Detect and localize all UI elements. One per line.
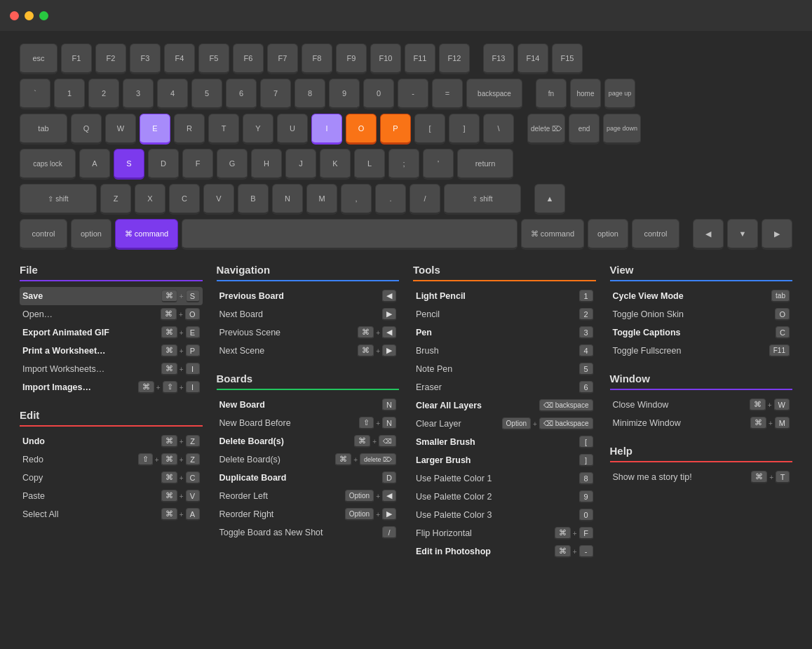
- key-cmd-left[interactable]: ⌘ command: [115, 219, 178, 250]
- key-m[interactable]: M: [306, 184, 337, 215]
- save-label: Save: [22, 291, 43, 301]
- key-arrow-left[interactable]: ◀: [693, 219, 724, 250]
- open-label: Open…: [22, 309, 53, 319]
- key-backslash[interactable]: \: [483, 114, 514, 145]
- key-i[interactable]: I: [311, 114, 342, 145]
- shortcut-new-board: New Board N: [217, 396, 400, 414]
- key-f2[interactable]: F2: [95, 44, 126, 74]
- key-comma[interactable]: ,: [341, 184, 372, 215]
- key-return[interactable]: return: [457, 149, 513, 180]
- section-boards: Boards New Board N New Board Before ⇧ + …: [217, 373, 400, 542]
- key-fn[interactable]: fn: [536, 79, 567, 109]
- key-home[interactable]: home: [570, 79, 601, 109]
- key-f13[interactable]: F13: [483, 44, 514, 74]
- key-slash[interactable]: /: [410, 184, 440, 215]
- key-o[interactable]: O: [346, 114, 377, 145]
- key-lbracket[interactable]: [: [414, 114, 445, 145]
- section-file: File Save ⌘ + S Open… ⌘ + O Export An: [20, 264, 203, 396]
- key-0[interactable]: 0: [363, 79, 394, 109]
- key-ctrl-right[interactable]: control: [632, 219, 679, 250]
- key-period[interactable]: .: [375, 184, 406, 215]
- key-f6[interactable]: F6: [233, 44, 264, 74]
- key-f7[interactable]: F7: [267, 44, 298, 74]
- key-k[interactable]: K: [320, 149, 351, 180]
- key-x[interactable]: X: [135, 184, 165, 215]
- key-arrow-down[interactable]: ▼: [727, 219, 758, 250]
- key-pagedown[interactable]: page down: [603, 114, 641, 145]
- key-f5[interactable]: F5: [198, 44, 229, 74]
- key-f3[interactable]: F3: [130, 44, 161, 74]
- key-2[interactable]: 2: [88, 79, 119, 109]
- key-g[interactable]: G: [217, 149, 248, 180]
- key-f[interactable]: F: [182, 149, 213, 180]
- key-d[interactable]: D: [148, 149, 179, 180]
- key-e[interactable]: E: [140, 114, 170, 145]
- key-shift-left[interactable]: ⇧ shift: [20, 184, 97, 215]
- key-cmd-right[interactable]: ⌘ command: [521, 219, 584, 250]
- key-f1[interactable]: F1: [61, 44, 92, 74]
- key-5[interactable]: 5: [191, 79, 222, 109]
- key-backspace[interactable]: backspace: [466, 79, 522, 109]
- key-z[interactable]: Z: [100, 184, 131, 215]
- key-p[interactable]: P: [380, 114, 411, 145]
- key-6[interactable]: 6: [226, 79, 257, 109]
- key-f8[interactable]: F8: [302, 44, 332, 74]
- key-b[interactable]: B: [238, 184, 269, 215]
- section-view: View Cycle View Mode tab Toggle Onion Sk…: [610, 264, 793, 360]
- key-v[interactable]: V: [203, 184, 234, 215]
- key-arrow-right[interactable]: ▶: [762, 219, 792, 250]
- open-keys: ⌘ + O: [161, 308, 199, 321]
- key-pageup[interactable]: page up: [604, 79, 635, 109]
- key-space[interactable]: [182, 219, 517, 250]
- key-f14[interactable]: F14: [517, 44, 548, 74]
- key-option-left[interactable]: option: [71, 219, 111, 250]
- key-end[interactable]: end: [569, 114, 600, 145]
- key-capslock[interactable]: caps lock: [20, 149, 76, 180]
- key-j[interactable]: J: [285, 149, 316, 180]
- key-w[interactable]: W: [105, 114, 136, 145]
- key-backtick[interactable]: `: [20, 79, 50, 109]
- key-n[interactable]: N: [272, 184, 303, 215]
- key-shift-right[interactable]: ⇧ shift: [444, 184, 521, 215]
- shortcut-redo: Redo ⇧ + ⌘ + Z: [20, 450, 203, 469]
- key-rbracket[interactable]: ]: [449, 114, 480, 145]
- key-l[interactable]: L: [354, 149, 385, 180]
- shortcut-reorder-right: Reorder Right Option + ▶: [217, 505, 400, 523]
- key-ctrl-left[interactable]: control: [20, 219, 67, 250]
- key-t[interactable]: T: [208, 114, 239, 145]
- shortcut-note-pen: Note Pen 5: [413, 360, 596, 378]
- key-1[interactable]: 1: [54, 79, 85, 109]
- key-semicolon[interactable]: ;: [388, 149, 419, 180]
- key-r[interactable]: R: [174, 114, 205, 145]
- key-arrow-up[interactable]: ▲: [534, 184, 565, 215]
- key-f12[interactable]: F12: [439, 44, 470, 74]
- key-7[interactable]: 7: [260, 79, 291, 109]
- key-s[interactable]: S: [114, 149, 144, 180]
- minimize-button[interactable]: [25, 11, 34, 20]
- key-f9[interactable]: F9: [336, 44, 367, 74]
- key-esc[interactable]: esc: [20, 44, 57, 74]
- key-f10[interactable]: F10: [370, 44, 401, 74]
- window-divider: [610, 389, 793, 390]
- key-equals[interactable]: =: [432, 79, 463, 109]
- close-button[interactable]: [10, 11, 19, 20]
- key-f15[interactable]: F15: [552, 44, 583, 74]
- key-option-right[interactable]: option: [588, 219, 628, 250]
- key-c[interactable]: C: [169, 184, 200, 215]
- key-f4[interactable]: F4: [164, 44, 195, 74]
- key-quote[interactable]: ': [423, 149, 454, 180]
- maximize-button[interactable]: [39, 11, 48, 20]
- key-f11[interactable]: F11: [405, 44, 435, 74]
- key-8[interactable]: 8: [295, 79, 325, 109]
- key-9[interactable]: 9: [329, 79, 360, 109]
- key-u[interactable]: U: [277, 114, 308, 145]
- key-minus[interactable]: -: [398, 79, 428, 109]
- key-y[interactable]: Y: [243, 114, 273, 145]
- key-4[interactable]: 4: [157, 79, 188, 109]
- key-3[interactable]: 3: [123, 79, 154, 109]
- key-q[interactable]: Q: [71, 114, 102, 145]
- key-a[interactable]: A: [79, 149, 110, 180]
- key-h[interactable]: H: [251, 149, 282, 180]
- key-delete[interactable]: delete ⌦: [527, 114, 565, 145]
- key-tab[interactable]: tab: [20, 114, 67, 145]
